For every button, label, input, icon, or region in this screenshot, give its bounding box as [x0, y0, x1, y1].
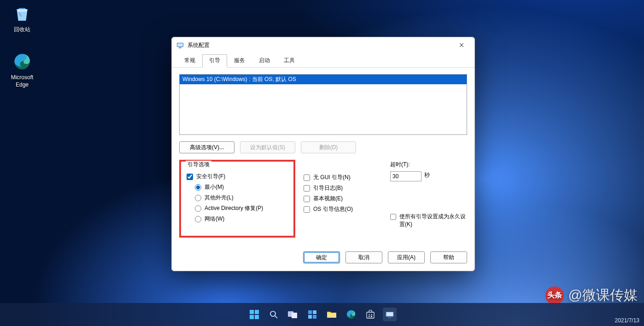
- search-button[interactable]: [267, 308, 281, 321]
- svg-rect-4: [250, 310, 254, 314]
- no-gui-input[interactable]: [304, 175, 310, 181]
- radio-network[interactable]: 网络(W): [195, 215, 288, 223]
- timeout-label: 超时(T):: [390, 161, 467, 169]
- recycle-bin-icon: [12, 4, 32, 24]
- svg-rect-11: [292, 313, 297, 318]
- system-tray[interactable]: 2021/7/13: [615, 317, 639, 324]
- group-legend: 引导选项: [186, 161, 211, 169]
- svg-rect-19: [369, 314, 370, 315]
- radio-minimal[interactable]: 最小(M): [195, 183, 288, 191]
- edge-taskbar-button[interactable]: [344, 308, 358, 321]
- msconfig-taskbar-button[interactable]: [383, 308, 397, 321]
- svg-rect-22: [371, 316, 372, 317]
- permanent-input[interactable]: [390, 214, 396, 220]
- titlebar[interactable]: 系统配置: [172, 37, 474, 53]
- ok-button[interactable]: 确定: [303, 251, 340, 263]
- boot-options-group: 引导选项 安全引导(F) 最小(M) 其他外壳(L): [179, 160, 295, 238]
- desktop-icon-edge[interactable]: Microsoft Edge: [3, 52, 41, 88]
- taskbar[interactable]: 2021/7/13: [0, 303, 644, 326]
- task-view-button[interactable]: [286, 308, 300, 321]
- boot-log-checkbox[interactable]: 引导日志(B): [304, 184, 382, 192]
- window-title: 系统配置: [187, 41, 453, 49]
- watermark: 头条 @微课传媒: [545, 286, 638, 305]
- tab-boot[interactable]: 引导: [202, 54, 227, 68]
- radio-alt-shell-input[interactable]: [195, 195, 201, 201]
- boot-entry-selected[interactable]: Windows 10 (C:\Windows) : 当前 OS; 默认 OS: [180, 75, 467, 84]
- radio-ad-repair-input[interactable]: [195, 205, 201, 212]
- help-button[interactable]: 帮助: [430, 251, 467, 263]
- permanent-checkbox[interactable]: 使所有引导设置成为永久设置(K): [390, 213, 467, 228]
- svg-rect-24: [386, 312, 393, 316]
- svg-rect-20: [371, 314, 372, 315]
- desktop-icon-recycle-bin[interactable]: 回收站: [3, 4, 41, 34]
- svg-rect-25: [388, 317, 392, 318]
- edge-icon: [12, 52, 32, 72]
- base-video-checkbox[interactable]: 基本视频(E): [304, 195, 382, 203]
- timeout-unit: 秒: [424, 171, 430, 179]
- watermark-badge: 头条: [545, 286, 564, 305]
- svg-rect-6: [250, 315, 254, 319]
- base-video-input[interactable]: [304, 196, 310, 202]
- boot-log-input[interactable]: [304, 185, 310, 192]
- svg-rect-14: [308, 315, 312, 319]
- watermark-text: @微课传媒: [568, 286, 638, 305]
- os-info-checkbox[interactable]: OS 引导信息(O): [304, 205, 382, 213]
- set-default-button: 设为默认值(S): [240, 141, 295, 153]
- tray-date: 2021/7/13: [615, 317, 639, 324]
- icon-label: 回收站: [3, 26, 41, 34]
- store-button[interactable]: [363, 308, 377, 321]
- svg-rect-21: [369, 316, 370, 317]
- svg-rect-2: [177, 43, 183, 47]
- tabs: 常规 引导 服务 启动 工具: [172, 54, 474, 68]
- no-gui-checkbox[interactable]: 无 GUI 引导(N): [304, 174, 382, 181]
- radio-ad-repair[interactable]: Active Directory 修复(P): [195, 204, 288, 212]
- safe-boot-checkbox[interactable]: 安全引导(F): [187, 173, 288, 180]
- desktop: 回收站 Microsoft Edge 系统配置 常规 引导 服务 启动 工具: [0, 0, 644, 326]
- radio-alt-shell[interactable]: 其他外壳(L): [195, 194, 288, 202]
- icon-label: Microsoft Edge: [3, 74, 41, 88]
- dialog-footer: 确定 取消 应用(A) 帮助: [172, 245, 474, 271]
- svg-rect-7: [255, 315, 259, 319]
- msconfig-window: 系统配置 常规 引导 服务 启动 工具 Windows 10 (C:\Windo…: [171, 37, 475, 271]
- cancel-button[interactable]: 取消: [345, 251, 382, 263]
- svg-line-9: [275, 316, 277, 318]
- close-button[interactable]: [453, 39, 470, 52]
- svg-rect-5: [255, 310, 259, 314]
- timeout-input[interactable]: [390, 171, 422, 181]
- delete-button: 删除(D): [301, 141, 356, 153]
- svg-rect-18: [367, 312, 374, 318]
- boot-list[interactable]: Windows 10 (C:\Windows) : 当前 OS; 默认 OS: [179, 74, 467, 135]
- explorer-button[interactable]: [325, 308, 339, 321]
- radio-minimal-input[interactable]: [195, 184, 201, 191]
- tab-startup[interactable]: 启动: [252, 54, 277, 68]
- msconfig-icon: [176, 41, 184, 49]
- apply-button[interactable]: 应用(A): [388, 251, 425, 263]
- safe-boot-input[interactable]: [187, 174, 193, 180]
- widgets-button[interactable]: [305, 308, 319, 321]
- svg-rect-3: [179, 47, 181, 48]
- svg-rect-12: [308, 310, 312, 314]
- radio-network-input[interactable]: [195, 216, 201, 222]
- tab-tools[interactable]: 工具: [277, 54, 302, 68]
- svg-point-8: [270, 311, 275, 316]
- tab-services[interactable]: 服务: [227, 54, 252, 68]
- svg-rect-16: [327, 313, 336, 318]
- tab-general[interactable]: 常规: [177, 54, 202, 68]
- os-info-input[interactable]: [304, 206, 310, 213]
- svg-rect-13: [313, 310, 316, 314]
- advanced-options-button[interactable]: 高级选项(V)...: [179, 141, 234, 153]
- svg-rect-15: [313, 315, 316, 319]
- start-button[interactable]: [247, 308, 261, 321]
